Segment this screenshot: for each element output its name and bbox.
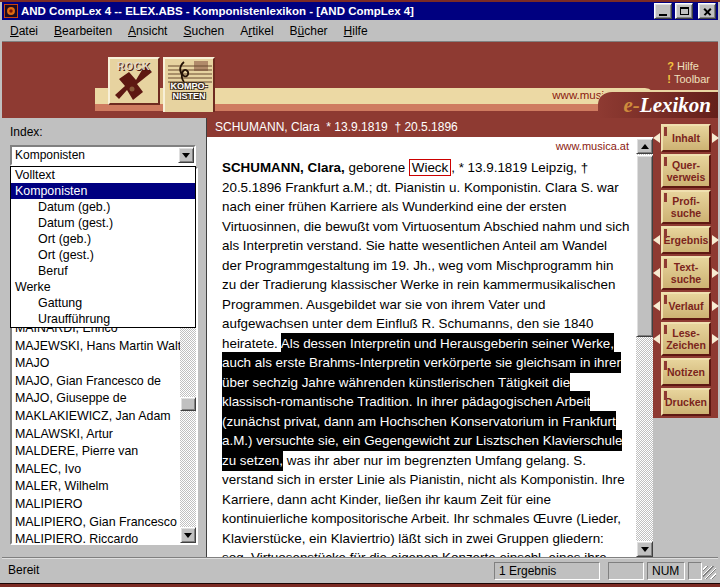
rock-tab-label: ROCK xyxy=(110,61,158,72)
maximize-button[interactable] xyxy=(675,3,693,19)
chevron-right-icon[interactable] xyxy=(712,133,719,143)
scrollbar-thumb[interactable] xyxy=(180,397,196,411)
chevron-right-icon[interactable] xyxy=(712,235,719,245)
minimize-icon xyxy=(659,14,667,16)
menu-ansicht[interactable]: Ansicht xyxy=(120,22,175,40)
scrollbar-thumb[interactable] xyxy=(636,155,653,337)
menu-datei[interactable]: Datei xyxy=(2,22,46,40)
list-item-composer[interactable]: MAJO, Gian Francesco de xyxy=(12,373,180,391)
index-dropdown-list: VolltextKomponistenDatum (geb.)Datum (ge… xyxy=(10,166,196,328)
close-icon xyxy=(703,7,712,16)
article-scrollbar[interactable] xyxy=(636,138,653,557)
status-message: Bereit xyxy=(8,563,39,577)
sidebar-button-profisuche[interactable]: Profi-suche xyxy=(661,190,711,224)
list-item-composer[interactable]: MALAWSKI, Artur xyxy=(12,426,180,444)
index-panel: Index: Komponisten MAINARDI, EnricoMAJEW… xyxy=(2,118,206,557)
komponisten-tab-label: KOMPO-NISTEN xyxy=(165,81,213,101)
list-item-composer[interactable]: MAJO xyxy=(12,355,180,373)
list-item-composer[interactable]: MAJEWSKI, Hans Martin Walte xyxy=(12,338,180,356)
arrow-up-icon xyxy=(641,144,649,149)
index-option[interactable]: Ort (gest.) xyxy=(11,247,195,263)
toolbar-link[interactable]: !Toolbar xyxy=(667,73,710,86)
article-segment: Als dessen Interpretin und Herausgeberin… xyxy=(222,333,622,471)
sidebar-button-textsuche[interactable]: Text-suche xyxy=(661,256,711,290)
article-segment: , * 13.9.1819 Leipzig, † 20.5.1896 Frank… xyxy=(222,160,629,351)
combo-dropdown-button[interactable] xyxy=(178,147,194,163)
status-panel-0: 1 Ergebnis xyxy=(494,562,600,580)
sidebar-button-querverweis[interactable]: Quer-verweis xyxy=(661,154,711,188)
crossref-link[interactable]: Wieck xyxy=(409,159,451,176)
help-link-label: Hilfe xyxy=(677,60,699,72)
maximize-icon xyxy=(680,7,689,15)
sidebar-button-inhalt[interactable]: Inhalt xyxy=(661,124,711,152)
nav-row-textsuche: Text-suche xyxy=(661,256,711,290)
sidebar-button-ergebnis[interactable]: Ergebnis xyxy=(661,226,711,254)
app-icon xyxy=(4,4,18,18)
sidebar-button-notizen[interactable]: Notizen xyxy=(661,358,711,386)
article-segment: geborene xyxy=(345,160,409,175)
menu-hilfe[interactable]: Hilfe xyxy=(336,22,376,40)
index-option[interactable]: Volltext xyxy=(11,167,195,183)
minimize-button[interactable] xyxy=(654,3,672,19)
nav-row-notizen: Notizen xyxy=(661,358,711,386)
index-option[interactable]: Datum (geb.) xyxy=(11,199,195,215)
index-option[interactable]: Ort (geb.) xyxy=(11,231,195,247)
list-item-composer[interactable]: MALEC, Ivo xyxy=(12,461,180,479)
index-option[interactable]: Beruf xyxy=(11,263,195,279)
index-option[interactable]: Werke xyxy=(11,279,195,295)
index-option[interactable]: Datum (gest.) xyxy=(11,215,195,231)
scroll-down-button[interactable] xyxy=(180,527,196,543)
chevron-left-icon[interactable] xyxy=(653,301,660,311)
list-item-composer[interactable]: MAKLAKIEWICZ, Jan Adam xyxy=(12,408,180,426)
chevron-left-icon[interactable] xyxy=(653,235,660,245)
menu-artikel[interactable]: Artikel xyxy=(232,22,281,40)
status-panel-2: NUM xyxy=(647,562,685,580)
toolbar-link-label: Toolbar xyxy=(674,73,710,85)
chevron-left-icon[interactable] xyxy=(653,268,660,278)
help-link[interactable]: ?Hilfe xyxy=(667,60,710,73)
chevron-right-icon[interactable] xyxy=(712,301,719,311)
menu-bücher[interactable]: Bücher xyxy=(282,22,336,40)
list-item-composer[interactable]: MALER, Wilhelm xyxy=(12,478,180,496)
title-bar: AND CompLex 4 -- ELEX.ABS - Komponistenl… xyxy=(2,2,718,20)
window-frame-bottom xyxy=(0,583,720,587)
sidebar-button-verlauf[interactable]: Verlauf xyxy=(661,292,711,320)
list-item-composer[interactable]: MAJO, Giuseppe de xyxy=(12,390,180,408)
index-combobox-value: Komponisten xyxy=(12,147,194,163)
index-option[interactable]: Gattung xyxy=(11,295,195,311)
arrow-down-icon xyxy=(184,533,192,538)
nav-row-ergebnis: Ergebnis xyxy=(661,226,711,254)
list-item-composer[interactable]: MALIPIERO, Gian Francesco xyxy=(12,514,180,532)
chevron-left-icon[interactable] xyxy=(653,334,660,344)
chevron-right-icon[interactable] xyxy=(712,268,719,278)
article-pane: SCHUMANN, Clara * 13.9.1819 † 20.5.1896 … xyxy=(206,118,653,557)
sidebar-button-drucken[interactable]: Drucken xyxy=(661,388,711,416)
index-option[interactable]: Komponisten xyxy=(11,183,195,199)
status-bar: Bereit 1 ErgebnisNUM xyxy=(2,557,718,583)
article-segment: SCHUMANN, Clara, xyxy=(222,160,345,175)
chevron-right-icon[interactable] xyxy=(712,334,719,344)
elexikon-logo: e-Lexikon xyxy=(598,90,718,118)
list-item-composer[interactable]: MALIPIERO xyxy=(12,496,180,514)
resize-grip[interactable] xyxy=(703,566,716,579)
sidebar-button-lesezeichen[interactable]: Lese-Zeichen xyxy=(661,322,711,356)
logo-prefix: e- xyxy=(624,93,640,118)
nav-row-verlauf: Verlauf xyxy=(661,292,711,320)
index-option[interactable]: Uraufführung xyxy=(11,311,195,327)
list-item-composer[interactable]: MALIPIERO, Riccardo xyxy=(12,531,180,543)
nav-row-profisuche: Profi-suche xyxy=(661,190,711,224)
exclamation-mark-icon: ! xyxy=(667,73,671,85)
menu-suchen[interactable]: Suchen xyxy=(175,22,232,40)
rock-tab-button[interactable]: ROCK xyxy=(108,57,160,105)
banner: www.musica.at ROCK KOMPO-NISTEN ?Hilfe !… xyxy=(2,42,718,118)
arrow-down-icon xyxy=(641,547,649,552)
menu-bearbeiten[interactable]: Bearbeiten xyxy=(46,22,120,40)
scroll-up-button[interactable] xyxy=(636,138,653,154)
close-button[interactable] xyxy=(698,3,716,19)
scroll-down-button[interactable] xyxy=(636,541,653,557)
list-item-composer[interactable]: MALDERE, Pierre van xyxy=(12,443,180,461)
komponisten-tab-button[interactable]: KOMPO-NISTEN xyxy=(163,57,215,112)
index-combobox[interactable]: Komponisten xyxy=(10,145,196,166)
article-url-link[interactable]: www.musica.at xyxy=(556,140,629,152)
chevron-left-icon[interactable] xyxy=(653,133,660,143)
